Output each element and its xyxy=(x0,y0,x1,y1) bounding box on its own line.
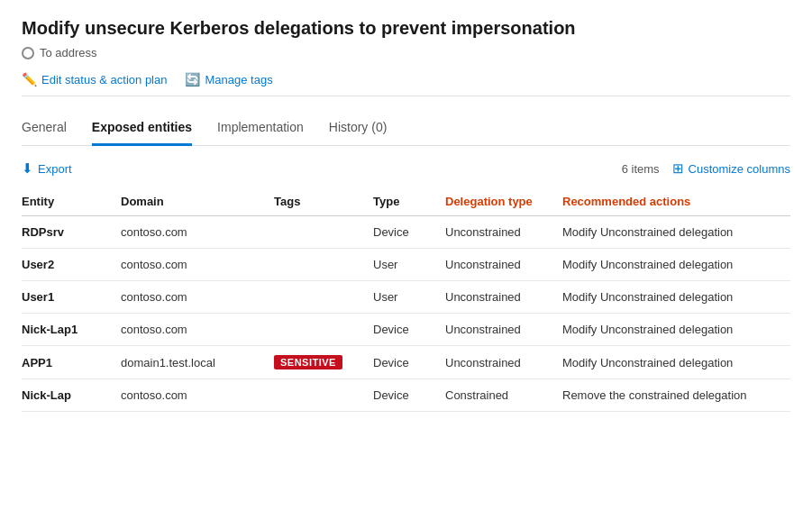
col-header-type: Type xyxy=(373,187,445,216)
cell-domain: contoso.com xyxy=(121,249,274,281)
col-header-recommended: Recommended actions xyxy=(562,187,790,216)
download-icon: ⬇ xyxy=(22,160,33,177)
entity-name: User1 xyxy=(22,290,54,304)
cell-type: User xyxy=(373,281,445,314)
col-header-domain: Domain xyxy=(121,187,274,216)
cell-type: User xyxy=(373,249,445,281)
status-row: To address xyxy=(22,46,790,59)
cell-type: Device xyxy=(373,346,445,379)
table-row: Nick-Lap1contoso.comDeviceUnconstrainedM… xyxy=(22,314,790,346)
cell-tags xyxy=(274,314,373,346)
cell-recommended-actions: Modify Unconstrained delegation xyxy=(562,216,790,249)
cell-delegation-type: Unconstrained xyxy=(445,216,562,249)
table-toolbar: ⬇ Export 6 items ⊞ Customize columns xyxy=(22,160,790,177)
tab-exposed-entities[interactable]: Exposed entities xyxy=(92,113,192,146)
col-header-delegation: Delegation type xyxy=(445,187,562,216)
cell-domain: contoso.com xyxy=(121,379,274,412)
cell-domain: domain1.test.local xyxy=(121,346,274,379)
cell-domain: contoso.com xyxy=(121,314,274,346)
entity-name: User2 xyxy=(22,258,54,271)
action-bar: ✏️ Edit status & action plan 🔄 Manage ta… xyxy=(22,72,790,96)
cell-type: Device xyxy=(373,216,445,249)
cell-delegation-type: Unconstrained xyxy=(445,249,562,281)
cell-domain: contoso.com xyxy=(121,281,274,314)
cell-recommended-actions: Modify Unconstrained delegation xyxy=(562,281,790,314)
entity-name: Nick-Lap xyxy=(22,388,71,402)
edit-status-button[interactable]: ✏️ Edit status & action plan xyxy=(22,72,167,87)
tab-bar: General Exposed entities Implementation … xyxy=(22,113,790,146)
cell-recommended-actions: Modify Unconstrained delegation xyxy=(562,249,790,281)
cell-delegation-type: Unconstrained xyxy=(445,281,562,314)
entity-name: Nick-Lap1 xyxy=(22,323,78,336)
table-row: APP1domain1.test.localSENSITIVEDeviceUnc… xyxy=(22,346,790,379)
cell-tags xyxy=(274,249,373,281)
item-count: 6 items xyxy=(622,162,660,176)
cell-entity[interactable]: Nick-Lap1 xyxy=(22,314,121,346)
tag-icon: 🔄 xyxy=(185,72,200,87)
cell-delegation-type: Unconstrained xyxy=(445,346,562,379)
page-title: Modify unsecure Kerberos delegations to … xyxy=(22,18,790,39)
tab-implementation[interactable]: Implementation xyxy=(217,113,304,146)
entity-name: RDPsrv xyxy=(22,225,64,239)
cell-recommended-actions: Modify Unconstrained delegation xyxy=(562,346,790,379)
col-header-entity: Entity xyxy=(22,187,121,216)
cell-type: Device xyxy=(373,314,445,346)
entity-name: APP1 xyxy=(22,356,52,369)
customize-label: Customize columns xyxy=(689,162,790,176)
cell-entity[interactable]: APP1 xyxy=(22,346,121,379)
manage-tags-button[interactable]: 🔄 Manage tags xyxy=(185,72,272,87)
sensitive-badge: SENSITIVE xyxy=(274,355,342,369)
cell-entity[interactable]: User2 xyxy=(22,249,121,281)
cell-tags: SENSITIVE xyxy=(274,346,373,379)
status-circle-icon xyxy=(22,47,34,59)
export-button[interactable]: ⬇ Export xyxy=(22,160,72,177)
toolbar-right: 6 items ⊞ Customize columns xyxy=(622,160,790,177)
cell-type: Device xyxy=(373,379,445,412)
cell-recommended-actions: Remove the constrained delegation xyxy=(562,379,790,412)
manage-tags-label: Manage tags xyxy=(205,73,272,87)
cell-tags xyxy=(274,216,373,249)
export-label: Export xyxy=(38,162,72,176)
table-row: User1contoso.comUserUnconstrainedModify … xyxy=(22,281,790,314)
cell-domain: contoso.com xyxy=(121,216,274,249)
cell-delegation-type: Constrained xyxy=(445,379,562,412)
cell-tags xyxy=(274,379,373,412)
cell-entity[interactable]: User1 xyxy=(22,281,121,314)
cell-delegation-type: Unconstrained xyxy=(445,314,562,346)
table-row: Nick-Lapcontoso.comDeviceConstrainedRemo… xyxy=(22,379,790,412)
tab-general[interactable]: General xyxy=(22,113,67,146)
edit-status-label: Edit status & action plan xyxy=(41,73,167,87)
col-header-tags: Tags xyxy=(274,187,373,216)
columns-icon: ⊞ xyxy=(672,160,684,177)
cell-recommended-actions: Modify Unconstrained delegation xyxy=(562,314,790,346)
table-row: User2contoso.comUserUnconstrainedModify … xyxy=(22,249,790,281)
entities-table: Entity Domain Tags Type Delegation type … xyxy=(22,187,790,412)
table-row: RDPsrvcontoso.comDeviceUnconstrainedModi… xyxy=(22,216,790,249)
status-label: To address xyxy=(40,46,97,59)
edit-icon: ✏️ xyxy=(22,72,37,87)
cell-entity[interactable]: RDPsrv xyxy=(22,216,121,249)
customize-columns-button[interactable]: ⊞ Customize columns xyxy=(672,160,790,177)
cell-entity[interactable]: Nick-Lap xyxy=(22,379,121,412)
table-header-row: Entity Domain Tags Type Delegation type … xyxy=(22,187,790,216)
tab-history[interactable]: History (0) xyxy=(329,113,388,146)
cell-tags xyxy=(274,281,373,314)
